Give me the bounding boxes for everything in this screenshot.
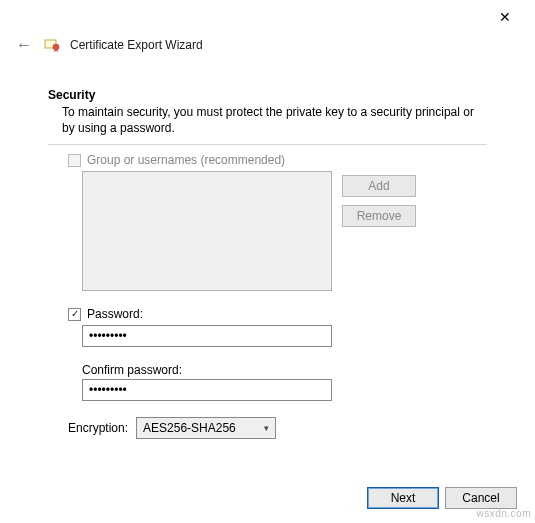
add-button[interactable]: Add <box>342 175 416 197</box>
back-arrow-icon[interactable]: ← <box>16 36 34 54</box>
certificate-icon <box>44 37 60 53</box>
watermark: wsxdn.com <box>476 508 531 519</box>
encryption-selected-value: AES256-SHA256 <box>143 421 236 435</box>
remove-button[interactable]: Remove <box>342 205 416 227</box>
encryption-label: Encryption: <box>68 421 128 435</box>
encryption-select[interactable]: AES256-SHA256 ▾ <box>136 417 276 439</box>
principals-listbox[interactable] <box>82 171 332 291</box>
wizard-header: ← Certificate Export Wizard <box>0 28 535 58</box>
confirm-password-input[interactable] <box>82 379 332 401</box>
cancel-button[interactable]: Cancel <box>445 487 517 509</box>
section-description: To maintain security, you must protect t… <box>48 102 487 144</box>
password-input[interactable] <box>82 325 332 347</box>
section-heading: Security <box>48 88 487 102</box>
password-checkbox-label: Password: <box>87 307 143 321</box>
group-checkbox-label: Group or usernames (recommended) <box>87 153 285 167</box>
wizard-title: Certificate Export Wizard <box>70 38 203 52</box>
divider <box>48 144 487 145</box>
next-button[interactable]: Next <box>367 487 439 509</box>
group-checkbox[interactable] <box>68 154 81 167</box>
password-checkbox[interactable] <box>68 308 81 321</box>
chevron-down-icon: ▾ <box>264 423 269 433</box>
close-button[interactable]: ✕ <box>485 6 525 30</box>
confirm-password-label: Confirm password: <box>82 363 487 377</box>
